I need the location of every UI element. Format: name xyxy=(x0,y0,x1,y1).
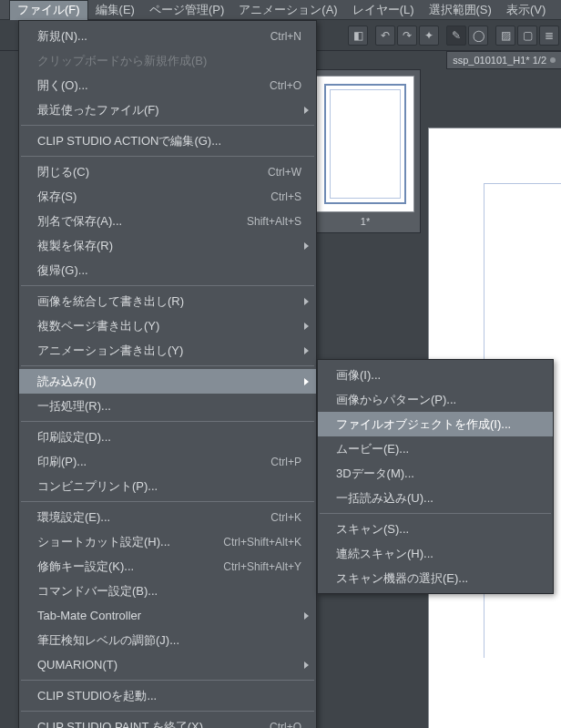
menu-label: 閉じる(C) xyxy=(37,164,268,180)
import-batch[interactable]: 一括読み込み(U)... xyxy=(318,486,553,510)
rotate-left-icon[interactable]: ↶ xyxy=(375,26,395,46)
import-from-pattern[interactable]: 画像からパターン(P)... xyxy=(318,387,553,412)
menu-label: 一括読み込み(U)... xyxy=(336,490,538,507)
menu-label: スキャン機器の選択(E)... xyxy=(336,570,538,587)
menu-label: 新規(N)... xyxy=(37,28,270,45)
brush-icon[interactable]: ✎ xyxy=(446,26,466,46)
menubar-item-selection[interactable]: 選択範囲(S) xyxy=(422,0,499,20)
menu-label: コマンドバー設定(B)... xyxy=(37,583,301,600)
menubar-item-view[interactable]: 表示(V) xyxy=(499,0,553,20)
menu-label: CLIP STUDIOを起動... xyxy=(37,688,301,704)
file-commandbar-settings[interactable]: コマンドバー設定(B)... xyxy=(19,579,316,603)
toolbar-separator xyxy=(490,26,494,46)
menu-label: QUMARION(T) xyxy=(37,658,301,672)
file-launch-clipstudio[interactable]: CLIP STUDIOを起動... xyxy=(19,683,316,708)
import-scan-continuous[interactable]: 連続スキャン(H)... xyxy=(318,541,553,566)
menubar-label: レイヤー(L) xyxy=(352,3,414,16)
menu-label: 画像からパターン(P)... xyxy=(336,392,538,408)
menu-label: 連続スキャン(H)... xyxy=(336,546,538,562)
menu-shortcut: Ctrl+S xyxy=(270,190,301,203)
toolbar-icon[interactable]: ◧ xyxy=(348,26,368,46)
import-scan[interactable]: スキャン(S)... xyxy=(318,517,553,541)
menu-label: 読み込み(I) xyxy=(37,374,301,390)
import-scan-select[interactable]: スキャン機器の選択(E)... xyxy=(318,566,553,590)
file-preferences[interactable]: 環境設定(E)...Ctrl+K xyxy=(19,505,316,529)
page-thumbnail-label: 1* xyxy=(316,212,414,227)
menu-separator xyxy=(21,285,314,286)
toolbar-right: ◧ ↶ ↷ ✦ ✎ ◯ ▨ ▢ ≣ xyxy=(348,20,559,51)
menubar-item-edit[interactable]: 編集(E) xyxy=(88,0,142,20)
import-submenu: 画像(I)... 画像からパターン(P)... ファイルオブジェクトを作成(I)… xyxy=(317,359,554,594)
file-recent[interactable]: 最近使ったファイル(F) xyxy=(19,97,316,122)
menubar: ファイル(F) 編集(E) ページ管理(P) アニメーション(A) レイヤー(L… xyxy=(0,0,561,20)
knife-icon[interactable]: ▨ xyxy=(495,26,515,46)
file-new[interactable]: 新規(N)...Ctrl+N xyxy=(19,24,316,48)
file-print[interactable]: 印刷(P)...Ctrl+P xyxy=(19,449,316,474)
file-action-edit[interactable]: CLIP STUDIO ACTIONで編集(G)... xyxy=(19,128,316,153)
menubar-item-layer[interactable]: レイヤー(L) xyxy=(345,0,422,20)
menu-label: コンビニプリント(P)... xyxy=(37,478,301,495)
menu-label: 復帰(G)... xyxy=(37,262,301,279)
menu-separator xyxy=(21,156,314,157)
file-convenience-print[interactable]: コンビニプリント(P)... xyxy=(19,474,316,498)
file-multipage-export[interactable]: 複数ページ書き出し(Y) xyxy=(19,313,316,338)
menu-label: 環境設定(E)... xyxy=(37,509,270,526)
file-batch[interactable]: 一括処理(R)... xyxy=(19,394,316,418)
menu-label: CLIP STUDIO ACTIONで編集(G)... xyxy=(37,133,301,149)
menu-shortcut: Ctrl+Q xyxy=(270,721,301,729)
file-merge-export[interactable]: 画像を統合して書き出し(R) xyxy=(19,289,316,313)
file-tabmate[interactable]: Tab-Mate Controller xyxy=(19,603,316,628)
menu-shortcut: Ctrl+W xyxy=(268,166,301,179)
menu-label: Tab-Mate Controller xyxy=(37,609,301,622)
rotate-right-icon[interactable]: ↷ xyxy=(397,26,417,46)
import-3d-data[interactable]: 3Dデータ(M)... xyxy=(318,461,553,486)
menu-label: CLIP STUDIO PAINT を終了(X) xyxy=(37,719,270,729)
square-icon[interactable]: ▢ xyxy=(517,26,537,46)
menu-separator xyxy=(320,513,551,514)
menubar-item-file[interactable]: ファイル(F) xyxy=(9,0,88,20)
file-pressure[interactable]: 筆圧検知レベルの調節(J)... xyxy=(19,628,316,652)
file-animation-export[interactable]: アニメーション書き出し(Y) xyxy=(19,338,316,363)
import-movie[interactable]: ムービー(E)... xyxy=(318,436,553,461)
menu-label: アニメーション書き出し(Y) xyxy=(37,343,301,359)
file-modkey-settings[interactable]: 修飾キー設定(K)...Ctrl+Shift+Alt+Y xyxy=(19,554,316,579)
file-shortcut-settings[interactable]: ショートカット設定(H)...Ctrl+Shift+Alt+K xyxy=(19,529,316,554)
menu-separator xyxy=(21,680,314,681)
file-qumarion[interactable]: QUMARION(T) xyxy=(19,652,316,677)
menu-shortcut: Ctrl+K xyxy=(270,511,301,524)
file-close[interactable]: 閉じる(C)Ctrl+W xyxy=(19,159,316,184)
file-import[interactable]: 読み込み(I) xyxy=(19,369,316,394)
file-quit[interactable]: CLIP STUDIO PAINT を終了(X)Ctrl+Q xyxy=(19,714,316,728)
file-save[interactable]: 保存(S)Ctrl+S xyxy=(19,184,316,209)
menu-label: 別名で保存(A)... xyxy=(37,213,247,230)
menu-separator xyxy=(21,501,314,502)
menubar-label: 編集(E) xyxy=(96,3,135,16)
file-revert[interactable]: 復帰(G)... xyxy=(19,258,316,282)
file-save-duplicate[interactable]: 複製を保存(R) xyxy=(19,233,316,258)
menu-label: 3Dデータ(M)... xyxy=(336,466,538,482)
tab-dirty-indicator-icon xyxy=(550,57,556,63)
import-image[interactable]: 画像(I)... xyxy=(318,363,553,387)
file-open[interactable]: 開く(O)...Ctrl+O xyxy=(19,73,316,97)
bars-icon[interactable]: ≣ xyxy=(539,26,559,46)
import-file-object[interactable]: ファイルオブジェクトを作成(I)... xyxy=(318,412,553,436)
scatter-icon[interactable]: ✦ xyxy=(419,26,439,46)
menu-label: 画像を統合して書き出し(R) xyxy=(37,293,301,310)
menu-separator xyxy=(21,365,314,366)
document-tab-title: ssp_010101_H1* 1/2 xyxy=(453,55,546,66)
menu-label: 複数ページ書き出し(Y) xyxy=(37,318,301,334)
menu-label: ムービー(E)... xyxy=(336,441,538,457)
circle-icon[interactable]: ◯ xyxy=(468,26,488,46)
file-save-as[interactable]: 別名で保存(A)...Shift+Alt+S xyxy=(19,209,316,233)
file-print-setup[interactable]: 印刷設定(D)... xyxy=(19,425,316,449)
menu-shortcut: Ctrl+P xyxy=(270,456,301,468)
document-tab[interactable]: ssp_010101_H1* 1/2 xyxy=(446,51,561,69)
menubar-item-page[interactable]: ページ管理(P) xyxy=(142,0,231,20)
menubar-item-animation[interactable]: アニメーション(A) xyxy=(231,0,344,20)
page-thumbnail[interactable] xyxy=(316,76,414,212)
menu-label: 一括処理(R)... xyxy=(37,398,301,415)
menu-separator xyxy=(21,711,314,712)
menu-label: ファイルオブジェクトを作成(I)... xyxy=(336,416,538,433)
menu-label: 印刷(P)... xyxy=(37,454,270,470)
menu-shortcut: Ctrl+Shift+Alt+Y xyxy=(223,560,301,573)
